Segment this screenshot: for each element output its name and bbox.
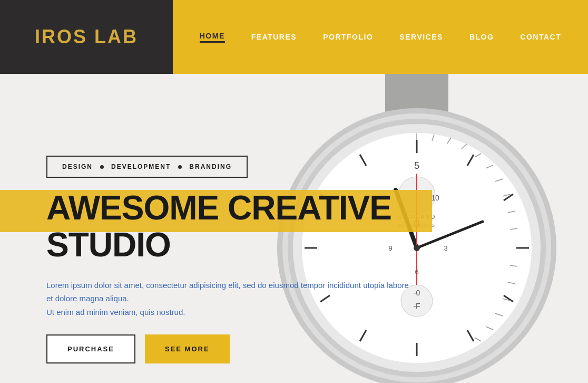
hero-content: DESIGN DEVELOPMENT BRANDING AWESOME CREA… bbox=[46, 74, 457, 363]
header: IROS LAB HOME FEATURES PORTFOLIO SERVICE… bbox=[0, 0, 588, 74]
logo-block: IROS LAB bbox=[0, 0, 173, 74]
nav-item-services[interactable]: SERVICES bbox=[399, 33, 443, 41]
hero-desc-line1: Lorem ipsum dolor sit amet, consectetur … bbox=[46, 281, 409, 303]
tag-branding: BRANDING bbox=[189, 163, 232, 170]
nav-item-blog[interactable]: BLOG bbox=[469, 33, 494, 41]
nav-item-home[interactable]: HOME bbox=[200, 32, 225, 43]
nav-item-portfolio[interactable]: PORTFOLIO bbox=[323, 33, 373, 41]
hero-desc-line2: Ut enim ad minim veniam, quis nostrud. bbox=[46, 308, 185, 317]
tag-development: DEVELOPMENT bbox=[111, 163, 171, 170]
tag-design: DESIGN bbox=[62, 163, 93, 170]
main-nav: HOME FEATURES PORTFOLIO SERVICES BLOG CO… bbox=[173, 0, 588, 74]
hero-buttons: PURCHASE SEE MORE bbox=[46, 334, 457, 363]
tag-box: DESIGN DEVELOPMENT BRANDING bbox=[46, 156, 248, 178]
logo: IROS LAB bbox=[35, 26, 138, 48]
see-more-button[interactable]: SEE MORE bbox=[145, 334, 230, 363]
nav-item-features[interactable]: FEATURES bbox=[251, 33, 297, 41]
hero-headline: AWESOME CREATIVE STUDIO bbox=[46, 189, 457, 264]
dot-separator-2 bbox=[178, 165, 182, 169]
nav-item-contact[interactable]: CONTACT bbox=[520, 33, 561, 41]
hero-section: 0 5 10 0 HIGHLAND ALTIMETRICS -0 -F 9 3 … bbox=[0, 74, 588, 383]
hero-description: Lorem ipsum dolor sit amet, consectetur … bbox=[46, 279, 415, 319]
purchase-button[interactable]: PURCHASE bbox=[46, 334, 135, 363]
dot-separator-1 bbox=[100, 165, 104, 169]
